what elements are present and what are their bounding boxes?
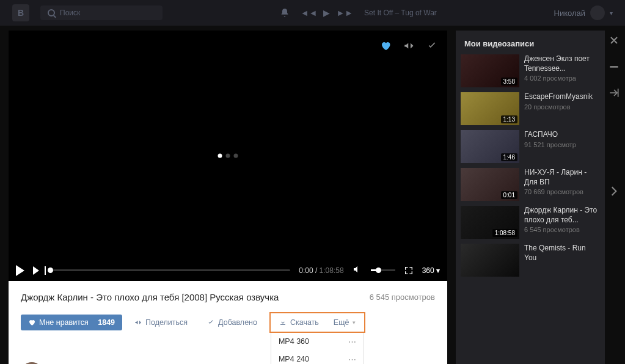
download-option[interactable]: MP4 240⋯ — [271, 351, 364, 364]
share-button[interactable]: Поделиться — [127, 315, 195, 330]
video-title: Джордж Карлин - Это плохо для тебя [2008… — [21, 292, 279, 302]
sidebar-video-item[interactable]: 1:08:58Джордж Карлин - Это плохо для теб… — [461, 206, 600, 239]
quality-selector[interactable]: 360 ▾ — [422, 266, 440, 275]
svg-rect-0 — [610, 66, 618, 68]
next-button[interactable] — [33, 266, 39, 275]
loading-indicator — [218, 154, 238, 158]
sidebar: Мои видеозаписи 3:58Дженсен Эклз поет Te… — [456, 31, 605, 364]
chevron-down-icon: ▾ — [610, 10, 613, 16]
vk-logo[interactable]: B — [12, 4, 29, 21]
download-option[interactable]: MP4 360⋯ — [271, 333, 364, 351]
play-button[interactable] — [16, 265, 24, 276]
media-controls: ◄◄ ▶ ►► Set It Off – Tug of War — [301, 8, 437, 18]
download-dropdown: MP4 360⋯ MP4 240⋯ — [271, 333, 364, 364]
avatar — [590, 5, 605, 20]
added-icon[interactable] — [426, 40, 437, 54]
search-placeholder: Поиск — [60, 9, 80, 17]
now-playing-track[interactable]: Set It Off – Tug of War — [364, 9, 437, 17]
like-button[interactable]: Мне нравится 1849 — [21, 315, 122, 330]
fullscreen-icon[interactable] — [404, 266, 414, 275]
time-display: 0:00 / 1:08:58 — [299, 266, 343, 275]
download-button[interactable]: Скачать — [272, 315, 326, 330]
user-menu[interactable]: Николай ▾ — [554, 5, 613, 20]
username: Николай — [554, 9, 586, 18]
like-icon[interactable] — [380, 40, 391, 54]
sidebar-video-item[interactable]: 1:13EscapeFromMyasnik20 просмотров — [461, 92, 600, 125]
sidebar-video-item[interactable]: 3:58Дженсен Эклз поет Tennessee...4 002 … — [461, 54, 600, 87]
notifications-icon[interactable] — [280, 8, 290, 18]
search-icon — [48, 9, 55, 16]
sidebar-video-item[interactable]: 1:46ГАСПАЧО91 521 просмотр — [461, 130, 600, 163]
sidebar-video-item[interactable]: 0:01НИ-ХУ-Я - Ларин - Для ВП70 669 просм… — [461, 168, 600, 201]
download-highlight: Скачать Ещё ▾ MP4 360⋯ MP4 240⋯ — [269, 312, 365, 333]
close-icon[interactable] — [608, 34, 620, 49]
volume-slider[interactable] — [371, 269, 395, 271]
dock-icon[interactable] — [608, 87, 620, 102]
more-button[interactable]: Ещё ▾ — [326, 315, 364, 330]
sidebar-video-item[interactable]: The Qemists - Run You — [461, 244, 600, 277]
view-count: 6 545 просмотров — [370, 293, 435, 302]
topbar: B Поиск ◄◄ ▶ ►► Set It Off – Tug of War … — [0, 0, 625, 26]
added-button[interactable]: Добавлено — [200, 315, 265, 330]
progress-bar[interactable] — [48, 269, 290, 271]
prev-track-icon[interactable]: ◄◄ — [301, 8, 318, 18]
next-track-icon[interactable]: ►► — [336, 8, 353, 18]
play-track-icon[interactable]: ▶ — [323, 8, 330, 18]
next-panel-icon[interactable] — [608, 185, 620, 200]
volume-icon[interactable] — [353, 264, 362, 276]
search-input[interactable]: Поиск — [40, 5, 163, 20]
sidebar-title: Мои видеозаписи — [461, 37, 600, 54]
share-icon[interactable] — [403, 40, 414, 54]
minimize-icon[interactable] — [608, 60, 620, 76]
video-player[interactable]: 0:00 / 1:08:58 360 ▾ — [9, 31, 447, 281]
